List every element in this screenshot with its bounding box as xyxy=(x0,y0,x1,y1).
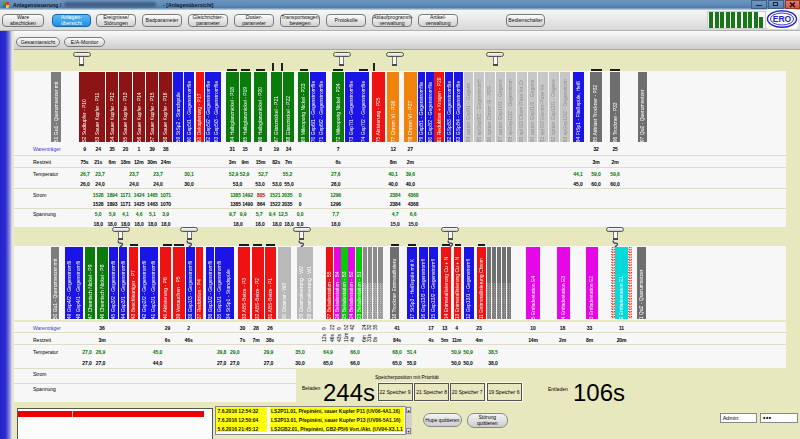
svg-text:ERO: ERO xyxy=(773,14,792,24)
